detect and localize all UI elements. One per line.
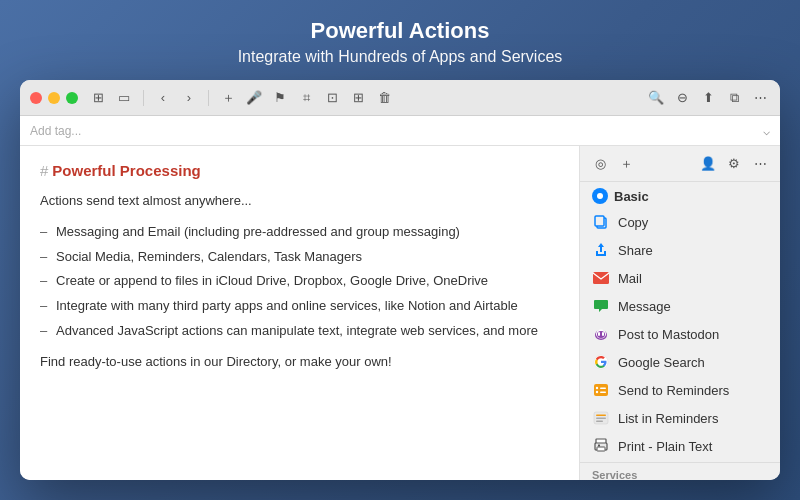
note-body: Actions send text almost anywhere... Mes… (40, 191, 559, 373)
message-icon (592, 297, 610, 315)
svg-rect-15 (596, 415, 606, 417)
send-reminders-label: Send to Reminders (618, 383, 729, 398)
panel-icon[interactable]: ▭ (114, 88, 134, 108)
sidebar-item-google[interactable]: Google Search (580, 348, 780, 376)
fullscreen-button[interactable] (66, 92, 78, 104)
list-item: Advanced JavaScript actions can manipula… (40, 321, 559, 342)
svg-point-10 (596, 387, 598, 389)
forward-icon[interactable]: › (179, 88, 199, 108)
sidebar-item-message[interactable]: Message (580, 292, 780, 320)
tag-placeholder[interactable]: Add tag... (30, 124, 763, 138)
note-title: #Powerful Processing (40, 162, 559, 179)
mic-icon[interactable]: 🎤 (244, 88, 264, 108)
circle-check-icon[interactable]: ◎ (590, 154, 610, 174)
page-title: Powerful Actions (238, 18, 563, 44)
svg-rect-2 (593, 272, 609, 284)
back-icon[interactable]: ‹ (153, 88, 173, 108)
page-header: Powerful Actions Integrate with Hundreds… (238, 18, 563, 66)
settings-icon[interactable]: ⚙ (724, 154, 744, 174)
mastodon-icon (592, 325, 610, 343)
svg-rect-6 (598, 332, 600, 336)
separator-2 (208, 90, 209, 106)
mail-icon (592, 269, 610, 287)
note-list: Messaging and Email (including pre-addre… (40, 222, 559, 342)
reminders-icon (592, 381, 610, 399)
sidebar-actions-list: Copy Share (580, 208, 780, 480)
sidebar-item-print[interactable]: Print - Plain Text (580, 432, 780, 460)
plus-icon[interactable]: ＋ (616, 154, 636, 174)
window-icon[interactable]: ⧉ (724, 88, 744, 108)
svg-rect-1 (595, 216, 604, 226)
print-icon (592, 437, 610, 455)
sidebar-item-send-reminders[interactable]: Send to Reminders (580, 376, 780, 404)
note-content: #Powerful Processing Actions send text a… (20, 146, 580, 480)
list-item: Messaging and Email (including pre-addre… (40, 222, 559, 243)
app-window: ⊞ ▭ ‹ › ＋ 🎤 ⚑ ⌗ ⊡ ⊞ 🗑 🔍 ⊖ ⬆ ⧉ ⋯ Add tag.… (20, 80, 780, 480)
image-icon[interactable]: ⊡ (322, 88, 342, 108)
copy-icon (592, 213, 610, 231)
copy-label: Copy (618, 215, 648, 230)
close-button[interactable] (30, 92, 42, 104)
search-icon[interactable]: 🔍 (646, 88, 666, 108)
sidebar-item-mail[interactable]: Mail (580, 264, 780, 292)
mastodon-label: Post to Mastodon (618, 327, 719, 342)
sidebar-item-mastodon[interactable]: Post to Mastodon (580, 320, 780, 348)
traffic-lights (30, 92, 78, 104)
basic-badge-dot (597, 193, 603, 199)
svg-rect-9 (594, 384, 608, 396)
link-icon[interactable]: ⌗ (296, 88, 316, 108)
svg-rect-21 (598, 445, 600, 447)
list-item: Integrate with many third party apps and… (40, 296, 559, 317)
google-label: Google Search (618, 355, 705, 370)
svg-rect-12 (600, 388, 606, 390)
svg-rect-7 (602, 332, 604, 336)
services-header: Services (580, 462, 780, 480)
ellipsis-icon[interactable]: ⋯ (750, 154, 770, 174)
tag-bar-right: ⌵ (763, 124, 770, 138)
minimize-button[interactable] (48, 92, 60, 104)
svg-rect-17 (596, 421, 603, 423)
list-reminders-icon (592, 409, 610, 427)
sidebar-item-copy[interactable]: Copy (580, 208, 780, 236)
share-label: Share (618, 243, 653, 258)
separator-1 (143, 90, 144, 106)
list-reminders-label: List in Reminders (618, 411, 718, 426)
sidebar-toggle-icon[interactable]: ⊞ (88, 88, 108, 108)
title-bar: ⊞ ▭ ‹ › ＋ 🎤 ⚑ ⌗ ⊡ ⊞ 🗑 🔍 ⊖ ⬆ ⧉ ⋯ (20, 80, 780, 116)
svg-rect-20 (597, 447, 605, 451)
svg-rect-13 (600, 392, 606, 394)
note-title-text: Powerful Processing (52, 162, 200, 179)
note-intro: Actions send text almost anywhere... (40, 191, 559, 212)
note-footer: Find ready-to-use actions in our Directo… (40, 352, 559, 373)
tag-bar: Add tag... ⌵ (20, 116, 780, 146)
print-label: Print - Plain Text (618, 439, 712, 454)
actions-sidebar: ◎ ＋ 👤 ⚙ ⋯ Basic (580, 146, 780, 480)
zoom-out-icon[interactable]: ⊖ (672, 88, 692, 108)
basic-badge (592, 188, 608, 204)
main-area: #Powerful Processing Actions send text a… (20, 146, 780, 480)
page-subtitle: Integrate with Hundreds of Apps and Serv… (238, 48, 563, 66)
svg-point-11 (596, 391, 598, 393)
sidebar-item-share[interactable]: Share (580, 236, 780, 264)
share-icon[interactable]: ⬆ (698, 88, 718, 108)
message-label: Message (618, 299, 671, 314)
share-icon (592, 241, 610, 259)
tag-chevron-icon[interactable]: ⌵ (763, 124, 770, 138)
flag-icon[interactable]: ⚑ (270, 88, 290, 108)
toolbar-right: 🔍 ⊖ ⬆ ⧉ ⋯ (646, 88, 770, 108)
trash-icon[interactable]: 🗑 (374, 88, 394, 108)
list-item: Social Media, Reminders, Calendars, Task… (40, 247, 559, 268)
title-hash: # (40, 162, 48, 179)
add-icon[interactable]: ＋ (218, 88, 238, 108)
google-icon (592, 353, 610, 371)
sidebar-item-list-reminders[interactable]: List in Reminders (580, 404, 780, 432)
more-icon[interactable]: ⋯ (750, 88, 770, 108)
basic-section-header: Basic (580, 182, 780, 208)
mail-label: Mail (618, 271, 642, 286)
person-icon[interactable]: 👤 (698, 154, 718, 174)
list-item: Create or append to files in iCloud Driv… (40, 271, 559, 292)
sidebar-toolbar: ◎ ＋ 👤 ⚙ ⋯ (580, 146, 780, 182)
svg-rect-16 (596, 418, 606, 420)
table-icon[interactable]: ⊞ (348, 88, 368, 108)
basic-label: Basic (614, 189, 649, 204)
